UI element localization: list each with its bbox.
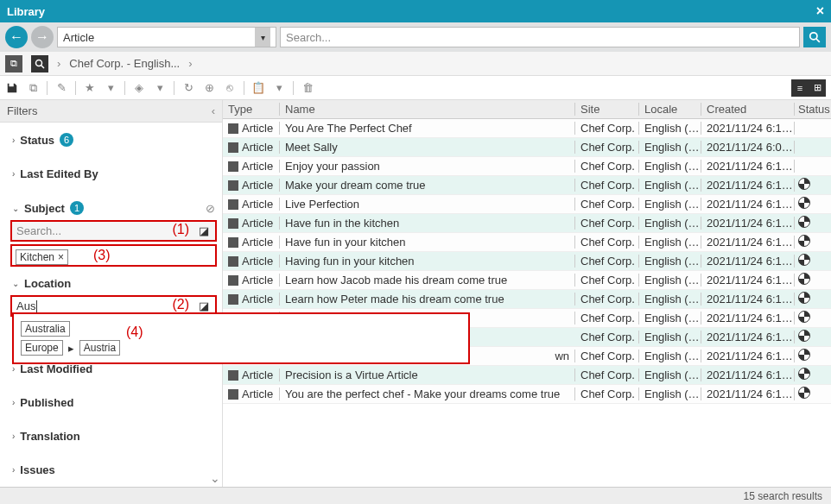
tree-view-icon[interactable]: ⧉	[5, 55, 22, 72]
status-icon	[798, 254, 810, 266]
chevron-right-icon: ›	[12, 135, 15, 145]
filter-published[interactable]: › Published	[12, 393, 222, 413]
search-button[interactable]	[803, 27, 826, 47]
filters-header: Filters ‹	[0, 100, 222, 123]
status-icon	[798, 216, 810, 228]
back-button[interactable]: ←	[5, 26, 28, 48]
location-option-australia[interactable]: Australia	[21, 319, 461, 338]
type-selector[interactable]: Article ▾	[57, 27, 276, 47]
status-icon	[798, 235, 810, 247]
table-row[interactable]: ArticleHaving fun in your kitchenChef Co…	[223, 252, 831, 271]
filter-status[interactable]: › Status 6	[12, 129, 222, 150]
refresh-icon: ↻	[181, 81, 195, 95]
article-icon	[228, 161, 238, 172]
chevron-right-icon: ›	[12, 465, 15, 475]
status-bar: 15 search results	[0, 487, 831, 504]
col-site[interactable]: Site	[575, 103, 639, 116]
star-icon: ★	[83, 81, 97, 95]
forward-button: →	[31, 26, 54, 48]
clipboard-icon: 📋	[251, 81, 265, 95]
status-count-badge: 6	[60, 133, 73, 147]
window-title: Library	[7, 5, 45, 18]
link-icon: ⎋	[223, 81, 237, 95]
search-icon	[809, 31, 821, 43]
chevron-down-icon: ⌄	[12, 279, 19, 288]
article-icon	[228, 123, 238, 134]
svg-point-2	[36, 60, 42, 66]
status-icon	[798, 387, 810, 399]
status-icon	[798, 349, 810, 361]
chevron-down-icon: ▾	[255, 28, 270, 47]
chevron-right-icon: ›	[188, 57, 192, 70]
article-icon	[228, 256, 238, 267]
table-row[interactable]: ArticleLearn how Jacob made his dream co…	[223, 271, 831, 290]
table-row[interactable]: ArticleEnjoy your passionChef Corp.Engli…	[223, 157, 831, 176]
table-row[interactable]: ArticleLive PerfectionChef Corp.English …	[223, 195, 831, 214]
table-row[interactable]: ArticleYou Are The Perfect ChefChef Corp…	[223, 119, 831, 138]
scroll-down-icon[interactable]: ⌄	[210, 471, 220, 485]
globe-icon: ⊕	[202, 81, 216, 95]
search-mode-icon[interactable]	[31, 55, 48, 72]
nav-bar: ← → Article ▾ Search...	[0, 22, 831, 52]
view-switcher: ≡ ⊞	[791, 79, 826, 97]
table-row[interactable]: ArticleMake your dream come trueChef Cor…	[223, 176, 831, 195]
grid-view-button[interactable]: ⊞	[809, 79, 826, 97]
col-name[interactable]: Name	[280, 103, 575, 116]
table-row[interactable]: ArticleYou are the perfect chef - Make y…	[223, 385, 831, 404]
chevron-right-icon: ▸	[68, 342, 74, 355]
remove-tag-icon[interactable]: ×	[58, 251, 64, 263]
collapse-icon[interactable]: ‹	[212, 104, 215, 117]
article-icon	[228, 389, 238, 400]
svg-line-1	[816, 39, 820, 42]
status-icon	[798, 330, 810, 342]
edit-icon: ✎	[54, 81, 68, 95]
table-row[interactable]: ArticleHave fun in your kitchenChef Corp…	[223, 233, 831, 252]
status-icon	[798, 197, 810, 209]
col-created[interactable]: Created	[701, 103, 795, 116]
location-option-europe-austria[interactable]: Europe ▸ Austria	[21, 338, 461, 357]
caret-icon: ▾	[272, 81, 286, 95]
article-icon	[228, 180, 238, 191]
help-icon[interactable]: ⊘	[206, 202, 215, 215]
close-icon[interactable]: ×	[816, 3, 824, 19]
filter-translation[interactable]: › Translation	[12, 426, 222, 446]
breadcrumb-text[interactable]: Chef Corp. - English...	[69, 57, 180, 70]
filters-sidebar: Filters ‹ › Status 6 › Last Edited By ⌄ …	[0, 100, 223, 487]
annotation-2: (2)	[172, 297, 189, 312]
grid-header: Type Name Site Locale Created Status	[223, 100, 831, 119]
status-icon	[798, 311, 810, 323]
list-view-button[interactable]: ≡	[791, 79, 809, 97]
filter-subject[interactable]: ⌄ Subject 1 ⊘	[12, 198, 222, 218]
article-icon	[228, 370, 238, 381]
search-placeholder: Search...	[286, 31, 331, 44]
status-icon	[798, 178, 810, 190]
table-row[interactable]: ArticleLearn how Peter made his dream co…	[223, 290, 831, 309]
title-bar: Library ×	[0, 0, 831, 22]
col-status[interactable]: Status	[795, 103, 831, 116]
filter-last-edited-by[interactable]: › Last Edited By	[12, 164, 222, 184]
caret-icon: ▾	[153, 81, 167, 95]
picker-icon[interactable]: ◪	[197, 224, 211, 237]
save-icon[interactable]	[5, 81, 19, 95]
article-icon	[228, 275, 238, 286]
article-icon	[228, 142, 238, 153]
chevron-right-icon: ›	[12, 169, 15, 179]
table-row[interactable]: ArticleMeet SallyChef Corp.English (U...…	[223, 138, 831, 157]
table-row[interactable]: ArticlePrecision is a Virtue ArticleChef…	[223, 366, 831, 385]
table-row[interactable]: ArticleHave fun in the kitchenChef Corp.…	[223, 214, 831, 233]
grid-body[interactable]: ArticleYou Are The Perfect ChefChef Corp…	[223, 119, 831, 487]
col-type[interactable]: Type	[223, 103, 280, 116]
col-locale[interactable]: Locale	[639, 103, 701, 116]
picker-icon[interactable]: ◪	[197, 299, 211, 312]
search-input[interactable]: Search...	[280, 27, 800, 47]
subject-tag-kitchen[interactable]: Kitchen ×	[16, 249, 68, 265]
filter-location[interactable]: ⌄ Location	[12, 274, 222, 293]
svg-line-3	[41, 65, 45, 68]
breadcrumb-bar: ⧉ › Chef Corp. - English... ›	[0, 52, 831, 76]
annotation-1: (1)	[172, 222, 189, 237]
location-dropdown: Australia Europe ▸ Austria (4)	[12, 312, 470, 364]
chevron-down-icon: ⌄	[12, 204, 19, 213]
filter-issues[interactable]: › Issues	[12, 460, 222, 480]
chevron-right-icon: ›	[12, 398, 15, 407]
article-icon	[228, 218, 238, 229]
